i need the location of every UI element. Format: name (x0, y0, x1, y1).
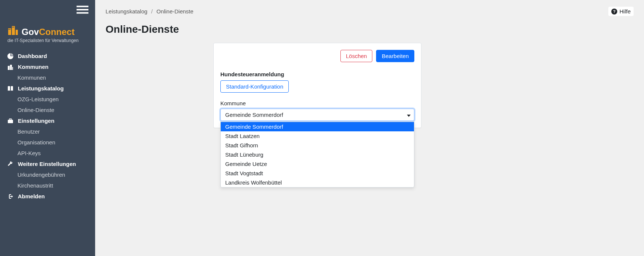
svg-rect-0 (77, 6, 88, 7)
kommune-option[interactable]: Stadt Gifhorn (221, 141, 414, 150)
help-label: Hilfe (619, 8, 631, 15)
sidebar-label-urkundengebuehren: Urkundengebühren (17, 172, 65, 178)
svg-rect-14 (9, 119, 12, 120)
help-icon: ? (611, 9, 617, 15)
logo-tagline: die IT-Spezialisten für Verwaltungen (7, 38, 88, 43)
briefcase-icon (7, 118, 13, 124)
logo: GovConnect die IT-Spezialisten für Verwa… (0, 21, 95, 51)
svg-rect-12 (12, 67, 13, 70)
pie-chart-icon (7, 53, 13, 59)
kommune-label: Kommune (220, 100, 414, 106)
sidebar-item-weitere[interactable]: Weitere Einstellungen (0, 159, 95, 169)
kommune-option[interactable]: Stadt Lüneburg (221, 150, 414, 159)
sidebar-label-einstellungen: Einstellungen (18, 118, 54, 124)
edit-button[interactable]: Bearbeiten (376, 50, 414, 62)
svg-rect-1 (77, 9, 88, 10)
sidebar-item-benutzer[interactable]: Benutzer (0, 126, 95, 137)
main-content: Leistungskatalog / Online-Dienste ? Hilf… (95, 0, 644, 256)
sidebar-item-abmelden[interactable]: Abmelden (0, 191, 95, 202)
sidebar-item-kommunen-sub[interactable]: Kommunen (0, 72, 95, 83)
svg-rect-8 (12, 27, 13, 28)
city-icon (7, 64, 13, 70)
hamburger-icon (77, 4, 88, 16)
sidebar-label-leistungskatalog: Leistungskatalog (18, 85, 64, 92)
kommune-dropdown: Gemeinde SommerdorfStadt LaatzenStadt Gi… (220, 122, 414, 188)
sidebar-item-einstellungen[interactable]: Einstellungen (0, 115, 95, 126)
svg-rect-13 (8, 120, 13, 123)
logo-brand-part1: Gov (22, 27, 39, 37)
kommune-select[interactable]: Gemeinde Sommerdorf (220, 109, 414, 121)
kommune-option[interactable]: Stadt Vogtstadt (221, 169, 414, 178)
wrench-icon (7, 161, 13, 167)
page-title: Online-Dienste (95, 20, 644, 43)
sidebar-item-urkundengebuehren[interactable]: Urkundengebühren (0, 169, 95, 180)
buildings-icon (7, 25, 19, 36)
sidebar-label-kommunen-sub: Kommunen (17, 74, 46, 81)
breadcrumb-separator: / (151, 8, 153, 15)
svg-rect-5 (16, 30, 18, 35)
sidebar-item-kirchenaustritt[interactable]: Kirchenaustritt (0, 180, 95, 191)
sidebar-item-organisationen[interactable]: Organisationen (0, 137, 95, 148)
book-icon (7, 86, 13, 92)
breadcrumb: Leistungskatalog / Online-Dienste (106, 8, 193, 15)
service-title: Hundesteueranmeldung (220, 71, 414, 77)
help-button[interactable]: ? Hilfe (608, 7, 634, 16)
sidebar-label-organisationen: Organisationen (17, 139, 55, 145)
sidebar-item-ozg-leistungen[interactable]: OZG-Leistungen (0, 94, 95, 105)
sidebar-label-online-dienste: Online-Dienste (17, 107, 54, 113)
svg-rect-6 (9, 29, 9, 30)
svg-text:?: ? (613, 9, 616, 14)
sidebar-item-leistungskatalog[interactable]: Leistungskatalog (0, 83, 95, 94)
sidebar: GovConnect die IT-Spezialisten für Verwa… (0, 0, 95, 256)
svg-rect-11 (10, 65, 12, 70)
sidebar-label-kommunen-header: Kommunen (18, 64, 49, 70)
sidebar-item-dashboard[interactable]: Dashboard (0, 51, 95, 61)
kommune-option[interactable]: Landkreis Wolfenbüttel (221, 178, 414, 187)
sidebar-label-abmelden: Abmelden (18, 193, 45, 199)
sidebar-label-ozg: OZG-Leistungen (17, 96, 59, 102)
breadcrumb-current: Online-Dienste (156, 8, 193, 15)
svg-rect-2 (77, 12, 88, 14)
service-card: Löschen Bearbeiten Hundesteueranmeldung … (213, 43, 421, 128)
logo-brand-part2: Connect (39, 27, 75, 37)
sidebar-item-api-keys[interactable]: API-Keys (0, 148, 95, 159)
hamburger-menu-button[interactable] (0, 4, 95, 21)
standard-config-button[interactable]: Standard-Konfiguration (220, 80, 289, 93)
kommune-option[interactable]: Stadt Laatzen (221, 131, 414, 141)
svg-rect-9 (13, 27, 14, 28)
svg-rect-7 (10, 29, 10, 30)
kommune-option[interactable]: Gemeinde Uetze (221, 159, 414, 169)
breadcrumb-parent[interactable]: Leistungskatalog (106, 8, 148, 15)
kommune-selected-value: Gemeinde Sommerdorf (225, 112, 283, 118)
svg-rect-10 (8, 66, 10, 70)
sidebar-item-kommunen[interactable]: Kommunen (0, 61, 95, 72)
logout-icon (7, 193, 13, 199)
delete-button[interactable]: Löschen (340, 50, 373, 62)
sidebar-label-api-keys: API-Keys (17, 150, 41, 156)
sidebar-label-dashboard: Dashboard (18, 53, 47, 59)
sidebar-item-online-dienste[interactable]: Online-Dienste (0, 105, 95, 115)
sidebar-label-benutzer: Benutzer (17, 128, 40, 135)
sidebar-label-kirchenaustritt: Kirchenaustritt (17, 182, 53, 189)
kommune-option[interactable]: Gemeinde Sommerdorf (221, 122, 414, 131)
sidebar-label-weitere: Weitere Einstellungen (18, 161, 76, 167)
